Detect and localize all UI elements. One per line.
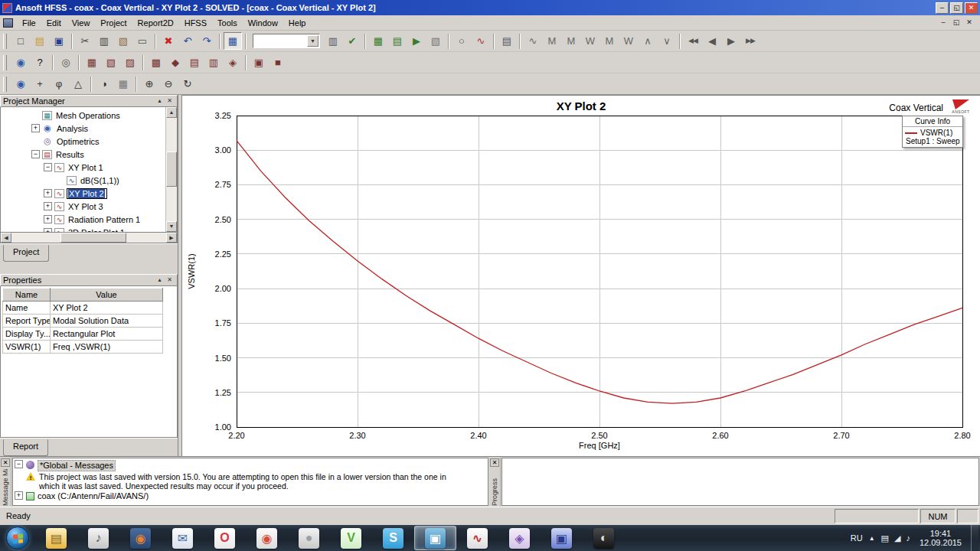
tree-horizontal-scrollbar[interactable]: ◀ ▶ [0,233,178,243]
taskbar-plot-tool[interactable]: ∿ [456,526,498,550]
close-panel-icon[interactable]: ✕ [165,276,175,285]
selection-combobox[interactable]: ▼ [253,34,320,48]
menu-item-hfss[interactable]: HFSS [179,17,212,29]
tree-item-analysis[interactable]: +◉Analysis [1,122,165,135]
action-center-icon[interactable]: ▤ [881,533,889,543]
curve-info-legend[interactable]: Curve Info VSWR(1) Setup1 : Sweep [902,116,963,148]
close-message-manager-button[interactable]: ✕ [1,458,10,467]
boundary-4-icon[interactable]: ▥ [204,54,223,71]
warning-message-row[interactable]: This project was last saved with version… [15,472,486,491]
menu-item-help[interactable]: Help [283,17,312,29]
tree-item-mesh-operations[interactable]: ▦Mesh Operations [1,109,165,122]
network-icon[interactable]: ◢ [894,533,900,543]
close-panel-icon[interactable]: ✕ [165,96,175,106]
pin-panel-icon[interactable]: ▴ [155,96,165,106]
menu-item-window[interactable]: Window [243,17,283,29]
new-project-icon[interactable]: □ [11,32,30,50]
wave-m1-icon[interactable]: M [543,32,561,50]
column-header-value[interactable]: Value [51,289,163,302]
collapse-icon[interactable]: − [44,163,52,171]
boundary-2-icon[interactable]: ◆ [166,54,185,71]
tree-item-optimetrics[interactable]: ◎Optimetrics [1,135,165,148]
minimize-button[interactable]: – [936,2,949,14]
menu-item-edit[interactable]: Edit [41,17,67,29]
phi-icon[interactable]: φ [50,75,68,93]
messages-group-row[interactable]: − *Global - Messages [15,460,486,471]
tab-project[interactable]: Project [3,245,49,262]
taskbar-windows-explorer[interactable]: ▤ [35,526,77,550]
menu-item-view[interactable]: View [67,17,96,29]
expand-icon[interactable]: + [15,491,23,500]
tray-volume-icon[interactable]: ♪ [906,533,910,543]
scrollbar-thumb[interactable] [166,152,177,187]
restore-button[interactable]: ◱ [950,2,963,14]
boundary-5-icon[interactable]: ◈ [224,54,242,71]
zoom-in-icon[interactable]: ⊕ [140,75,158,93]
tree-item-rename-input[interactable]: XY Plot 2 [67,188,107,199]
wave-down-icon[interactable]: ∨ [658,32,676,50]
wave-w1-icon[interactable]: W [581,32,599,50]
mdi-minimize-button[interactable]: – [937,18,949,28]
property-value[interactable]: Rectangular Plot [51,328,163,341]
taskbar-skype[interactable]: S [372,526,414,550]
property-value[interactable]: XY Plot 2 [51,302,163,315]
mdi-close-button[interactable]: ✕ [963,18,975,28]
taskbar-opera-browser[interactable]: O [204,526,246,550]
axes-icon[interactable]: + [31,75,49,93]
scroll-left-icon[interactable]: ◀ [1,233,11,243]
wave-m3-icon[interactable]: M [600,32,619,50]
taskbar-graphics-app[interactable]: ◈ [498,526,541,550]
taskbar-image-viewer[interactable]: ▣ [414,526,456,550]
shaded-view-icon[interactable]: ◉ [11,75,30,93]
excitation-1-icon[interactable]: ▣ [250,54,268,71]
report-templates-icon[interactable]: ▤ [498,32,516,50]
triangle-mesh-icon[interactable]: △ [69,75,87,93]
close-progress-button[interactable]: ✕ [490,458,499,467]
close-button[interactable]: ✕ [965,2,978,14]
field-plot-2-icon[interactable]: ▧ [102,54,120,71]
boundaries-display-icon[interactable]: ◉ [11,54,30,71]
tree-item-3d-polar-plot-1[interactable]: +∿3D Polar Plot 1 [1,226,165,232]
taskbar-email-client[interactable]: ✉ [162,526,204,550]
save-icon[interactable]: ▣ [50,32,68,50]
column-header-name[interactable]: Name [3,289,51,302]
rotate-view-icon[interactable]: ↻ [178,75,197,93]
scroll-down-icon[interactable]: ▼ [166,221,177,232]
wave-up-icon[interactable]: ∧ [639,32,657,50]
validate-icon[interactable]: ✔ [343,32,361,50]
print-icon[interactable]: ▭ [133,32,152,50]
excitation-2-icon[interactable]: ■ [269,54,287,71]
scrollbar-thumb[interactable] [60,233,126,243]
property-value[interactable]: Freq ,VSWR(1) [51,341,163,354]
taskbar-utorrent[interactable]: ● [288,526,330,550]
wave-w2-icon[interactable]: W [619,32,638,50]
analyze-all-icon[interactable]: ▦ [369,32,387,50]
expand-icon[interactable]: + [44,228,52,232]
open-project-icon[interactable]: ▤ [31,32,49,50]
last-sweep-icon[interactable]: ▶▶ [741,32,760,50]
menu-item-report2d[interactable]: Report2D [132,17,179,29]
taskbar-firefox-browser[interactable]: ◉ [119,526,162,550]
redo-icon[interactable]: ↷ [198,32,216,50]
create-report-icon[interactable]: ∿ [472,32,490,50]
expand-icon[interactable]: + [44,215,52,223]
model-list-icon[interactable]: ▥ [324,32,342,50]
start-button[interactable] [6,527,29,549]
paste-icon[interactable]: ▧ [114,32,132,50]
combo-dropdown-icon[interactable]: ▼ [307,35,318,47]
context-help-icon[interactable]: ? [31,54,49,71]
scroll-up-icon[interactable]: ▲ [166,107,177,118]
grid-toggle-icon[interactable]: ▦ [114,75,132,93]
mdi-restore-button[interactable]: ◱ [950,18,962,28]
pin-panel-icon[interactable]: ▴ [155,276,165,285]
menu-item-file[interactable]: File [17,17,41,29]
tree-vertical-scrollbar[interactable]: ▲ ▼ [165,107,177,232]
tree-item-results[interactable]: −▤Results [1,148,165,161]
next-sweep-icon[interactable]: ▶ [722,32,740,50]
tree-item-db-s-1-1[interactable]: ∿dB(S(1,1)) [1,174,165,187]
solution-type-icon[interactable]: ▦ [224,32,242,50]
boundary-1-icon[interactable]: ▩ [147,54,165,71]
prev-sweep-icon[interactable]: ◀ [703,32,721,50]
tree-item-xy-plot-2[interactable]: +∿XY Plot 2 [1,187,165,200]
field-overlay-icon[interactable]: ○ [452,32,471,50]
